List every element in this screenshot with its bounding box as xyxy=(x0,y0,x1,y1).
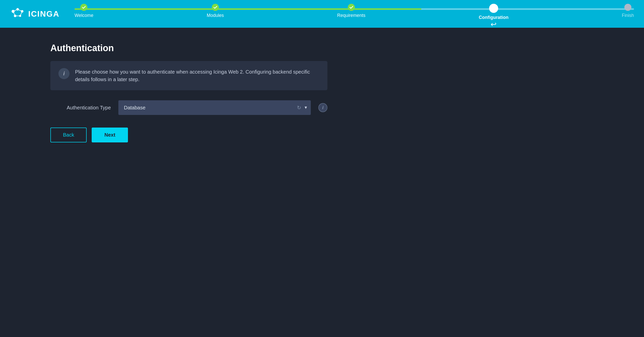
step-label-configuration: Configuration xyxy=(479,15,509,20)
step-requirements: Requirements xyxy=(337,4,365,28)
info-box: i Please choose how you want to authenti… xyxy=(50,61,327,90)
step-finish: Finish xyxy=(622,4,634,28)
step-circle-welcome xyxy=(80,4,87,11)
page-title: Authentication xyxy=(50,43,594,53)
step-welcome: Welcome xyxy=(75,4,93,28)
step-label-finish: Finish xyxy=(622,13,634,18)
logo-area: ICINGA xyxy=(10,6,59,21)
stepper-steps: Welcome Modules Requirements Configurati… xyxy=(75,4,634,28)
step-modules: Modules xyxy=(207,4,224,28)
auth-type-select[interactable]: Database LDAP Active Directory MSLDAP xyxy=(118,100,311,115)
step-label-modules: Modules xyxy=(207,13,224,18)
header: ICINGA Welcome Modules xyxy=(0,0,644,28)
chevron-down-icon[interactable]: ▼ xyxy=(304,105,308,110)
auth-type-info-button[interactable]: i xyxy=(318,103,327,112)
step-circle-configuration xyxy=(489,4,498,13)
back-button[interactable]: Back xyxy=(50,128,87,142)
button-row: Back Next xyxy=(50,128,594,142)
info-icon: i xyxy=(58,68,70,79)
step-circle-requirements xyxy=(348,4,355,11)
step-arrow-configuration: ↩ xyxy=(491,20,496,28)
step-label-requirements: Requirements xyxy=(337,13,365,18)
step-configuration: Configuration ↩ xyxy=(479,4,509,28)
auth-type-select-wrapper: Database LDAP Active Directory MSLDAP ↻ … xyxy=(118,100,311,115)
next-button[interactable]: Next xyxy=(92,128,128,142)
icinga-logo-icon xyxy=(10,6,25,21)
stepper: Welcome Modules Requirements Configurati… xyxy=(75,0,634,28)
main-content: Authentication i Please choose how you w… xyxy=(0,28,644,158)
step-label-welcome: Welcome xyxy=(75,13,93,18)
info-text: Please choose how you want to authentica… xyxy=(75,68,319,83)
form-row-auth-type: Authentication Type Database LDAP Active… xyxy=(50,100,327,115)
logo-text: ICINGA xyxy=(28,9,59,19)
select-controls: ↻ ▼ xyxy=(297,105,308,111)
refresh-icon[interactable]: ↻ xyxy=(297,105,301,111)
step-circle-modules xyxy=(212,4,219,11)
auth-type-label: Authentication Type xyxy=(50,105,111,111)
step-circle-finish xyxy=(624,4,631,11)
